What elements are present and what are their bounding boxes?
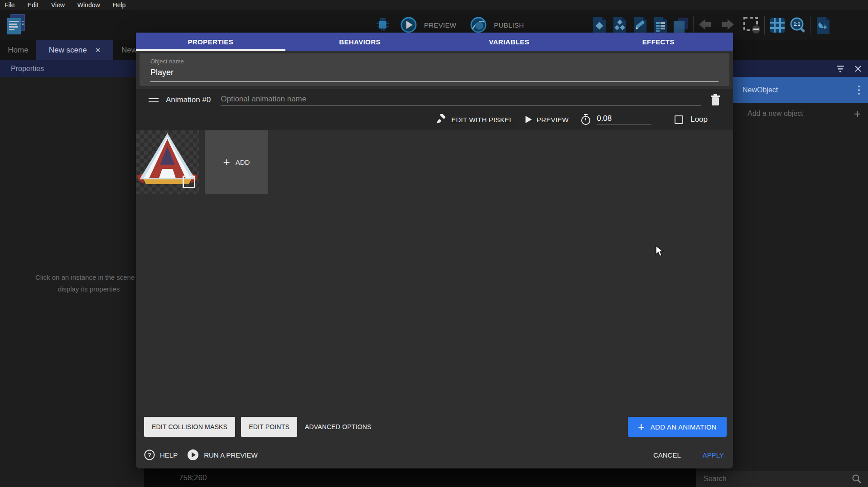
toolbar-separator (810, 16, 810, 34)
menu-bar: File Edit View Window Help (0, 0, 868, 10)
debug-icon (376, 17, 390, 33)
animation-title: Animation #0 (166, 95, 211, 105)
play-icon (525, 115, 532, 124)
loop-checkbox[interactable] (675, 115, 683, 124)
add-object-plus-icon: + (854, 107, 868, 121)
publish-globe-icon (470, 16, 487, 33)
objects-search-bar (696, 471, 868, 487)
time-between-frames-input[interactable] (597, 114, 651, 125)
advanced-options-button[interactable]: ADVANCED OPTIONS (305, 423, 371, 430)
animation-title-row: Animation #0 (149, 91, 720, 110)
objects-groups-editor-icon (612, 16, 627, 35)
animation-controls-row: EDIT WITH PISKEL PREVIEW Loop (149, 110, 720, 129)
mouse-cursor (656, 245, 665, 257)
objects-search-input[interactable] (704, 475, 852, 483)
tab-close-icon[interactable]: ✕ (95, 46, 101, 54)
edit-points-button[interactable]: EDIT POINTS (241, 417, 297, 437)
svg-text:?: ? (148, 452, 151, 458)
tab-home[interactable]: Home (0, 40, 36, 60)
publish-label[interactable]: PUBLISH (494, 21, 524, 29)
grid-button[interactable] (767, 15, 787, 36)
tab-variables[interactable]: VARIABLES (434, 33, 584, 51)
animation-header-strip: Animation #0 EDIT WITH PISKEL (136, 89, 733, 130)
close-panel-icon[interactable] (854, 65, 862, 72)
object-name-field-block: Object name (140, 53, 729, 86)
objects-editor-icon (592, 16, 607, 35)
toolbar-separator (739, 16, 739, 34)
animation-frames-row: + ADD (136, 130, 733, 194)
settings-icon (815, 16, 831, 35)
apply-button[interactable]: APPLY (703, 451, 724, 459)
dialog-actions-row: EDIT COLLISION MASKS EDIT POINTS ADVANCE… (144, 417, 727, 437)
menu-view[interactable]: View (51, 1, 65, 9)
menu-help[interactable]: Help (113, 1, 126, 9)
events-list-icon (653, 16, 668, 35)
timer-icon (580, 114, 591, 125)
edit-scene-icon (632, 16, 648, 35)
filter-icon[interactable] (834, 64, 846, 73)
object-name-input[interactable] (150, 65, 719, 82)
zoom-1-1-button[interactable]: 1:1 (787, 15, 808, 36)
layers-icon (673, 16, 689, 35)
deselect-instances-button[interactable] (742, 15, 762, 36)
add-an-animation-button[interactable]: + ADD AN ANIMATION (628, 417, 727, 437)
tab-effects-label: EFFECTS (642, 38, 675, 46)
gdevelop-app: File Edit View Window Help (0, 0, 868, 487)
help-icon: ? (144, 449, 155, 460)
project-manager-button[interactable] (5, 14, 27, 36)
project-manager-icon (5, 14, 27, 36)
cursor-coordinates: 758;260 (179, 473, 207, 482)
svg-text:1:1: 1:1 (793, 22, 800, 27)
properties-panel-header: Properties (0, 60, 144, 77)
preview-animation-button[interactable]: PREVIEW (525, 115, 569, 124)
search-icon (852, 474, 862, 484)
undo-icon (698, 18, 714, 33)
object-name-field-label: Object name (150, 58, 719, 65)
run-a-preview-button[interactable]: RUN A PREVIEW (204, 451, 257, 459)
tab-next-partial[interactable]: New (113, 40, 137, 60)
tab-properties-label: PROPERTIES (188, 38, 233, 46)
tab-effects[interactable]: EFFECTS (584, 33, 733, 51)
dialog-tab-bar: PROPERTIES BEHAVIORS VARIABLES EFFECTS (136, 33, 733, 51)
deselect-instances-icon (743, 16, 761, 34)
dialog-footer: ? HELP RUN A PREVIEW CANCEL APPLY (136, 446, 733, 468)
edit-with-piskel-label: EDIT WITH PISKEL (451, 116, 513, 124)
brush-icon (436, 114, 447, 125)
cancel-button[interactable]: CANCEL (653, 451, 681, 459)
tab-new-scene[interactable]: New scene ✕ (36, 40, 113, 60)
object-editor-dialog: PROPERTIES BEHAVIORS VARIABLES EFFECTS O… (136, 33, 733, 468)
menu-window[interactable]: Window (77, 1, 100, 9)
toolbar-separator (693, 16, 694, 34)
drag-handle-icon[interactable] (149, 98, 159, 102)
tab-properties[interactable]: PROPERTIES (136, 33, 285, 51)
frame-origin-marker[interactable] (183, 176, 195, 188)
tab-variables-label: VARIABLES (489, 38, 529, 46)
preview-animation-label: PREVIEW (537, 116, 569, 124)
edit-collision-masks-button[interactable]: EDIT COLLISION MASKS (144, 417, 235, 437)
add-frame-button[interactable]: + ADD (205, 130, 268, 194)
delete-animation-trash-icon[interactable] (710, 94, 720, 106)
tab-behaviors[interactable]: BEHAVIORS (285, 33, 435, 51)
settings-button[interactable] (813, 15, 833, 36)
preview-label[interactable]: PREVIEW (424, 21, 456, 29)
menu-edit[interactable]: Edit (28, 1, 39, 9)
object-menu-kebab-icon[interactable] (858, 86, 868, 95)
sprite-frame-thumbnail[interactable] (136, 130, 199, 194)
animation-name-input[interactable] (221, 95, 701, 106)
menu-file[interactable]: File (5, 1, 15, 9)
loop-label: Loop (690, 115, 708, 124)
add-an-animation-label: ADD AN ANIMATION (651, 423, 717, 431)
run-preview-icon (187, 449, 199, 461)
edit-with-piskel-button[interactable]: EDIT WITH PISKEL (436, 114, 513, 125)
tab-behaviors-label: BEHAVIORS (339, 38, 381, 46)
grid-icon (769, 17, 786, 33)
toolbar-separator (764, 16, 765, 34)
redo-icon (719, 18, 735, 33)
preview-publish-tools: PREVIEW PUBLISH (372, 16, 524, 33)
dialog-empty-area (136, 194, 733, 417)
add-animation-plus-icon: + (638, 420, 645, 434)
help-button[interactable]: HELP (160, 451, 178, 459)
active-tab-indicator (136, 49, 285, 51)
tab-new-scene-label: New scene (49, 46, 87, 55)
zoom-1-1-icon: 1:1 (789, 17, 806, 34)
